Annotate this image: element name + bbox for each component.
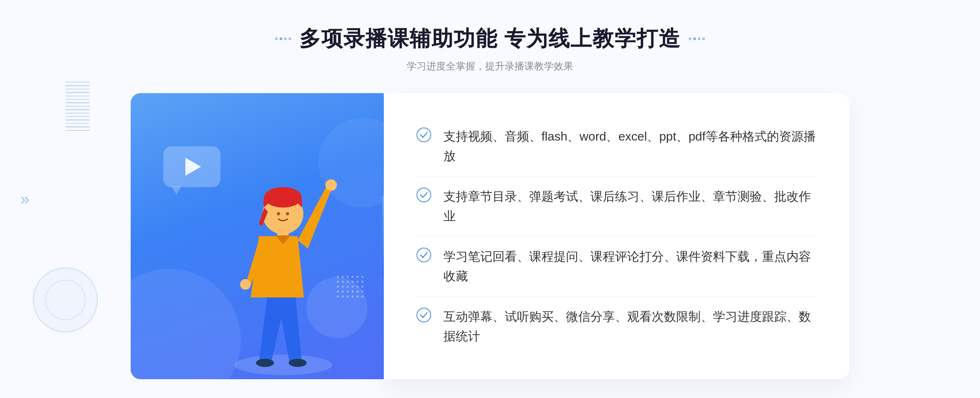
left-illustration-panel bbox=[131, 93, 384, 379]
svg-point-7 bbox=[286, 212, 289, 215]
feature-text-2: 支持章节目录、弹题考试、课后练习、课后作业、章节测验、批改作业 bbox=[443, 187, 817, 226]
svg-point-0 bbox=[234, 355, 332, 375]
decorative-circle-2 bbox=[45, 279, 86, 320]
main-content: 支持视频、音频、flash、word、excel、ppt、pdf等各种格式的资源… bbox=[131, 93, 849, 379]
header-section: 多项录播课辅助功能 专为线上教学打造 学习进度全掌握，提升录播课教学效果 bbox=[275, 25, 705, 73]
right-content-panel: 支持视频、音频、flash、word、excel、ppt、pdf等各种格式的资源… bbox=[384, 93, 849, 379]
svg-point-8 bbox=[325, 179, 337, 191]
feature-divider-2 bbox=[416, 236, 817, 237]
feature-divider-1 bbox=[416, 176, 817, 177]
feature-text-1: 支持视频、音频、flash、word、excel、ppt、pdf等各种格式的资源… bbox=[443, 127, 817, 166]
sub-title: 学习进度全掌握，提升录播课教学效果 bbox=[275, 60, 705, 73]
check-icon-2 bbox=[416, 188, 431, 202]
svg-point-12 bbox=[417, 248, 431, 262]
check-icon-3 bbox=[416, 248, 431, 262]
feature-item-1: 支持视频、音频、flash、word、excel、ppt、pdf等各种格式的资源… bbox=[416, 119, 817, 173]
svg-point-13 bbox=[417, 308, 431, 322]
svg-point-10 bbox=[417, 128, 431, 142]
svg-point-11 bbox=[417, 188, 431, 202]
human-figure bbox=[218, 142, 349, 379]
feature-text-3: 学习笔记回看、课程提问、课程评论打分、课件资料下载，重点内容收藏 bbox=[443, 247, 817, 286]
main-title: 多项录播课辅助功能 专为线上教学打造 bbox=[299, 25, 681, 53]
page-container: » 多项录播课辅助功能 专为线上教学打造 bbox=[0, 0, 980, 398]
stripes-decoration bbox=[65, 82, 90, 131]
left-decoration: » bbox=[20, 190, 29, 208]
feature-item-2: 支持章节目录、弹题考试、课后练习、课后作业、章节测验、批改作业 bbox=[416, 179, 817, 233]
svg-point-2 bbox=[289, 359, 307, 367]
check-icon-4 bbox=[416, 308, 431, 322]
decorator-dots-right bbox=[689, 38, 705, 40]
blue-tab bbox=[382, 195, 384, 277]
svg-point-9 bbox=[240, 279, 251, 290]
svg-point-1 bbox=[256, 359, 274, 367]
feature-item-3: 学习笔记回看、课程提问、课程评论打分、课件资料下载，重点内容收藏 bbox=[416, 239, 817, 293]
chevron-icon: » bbox=[20, 190, 29, 208]
play-bubble-body bbox=[163, 146, 220, 187]
check-icon-1 bbox=[416, 127, 431, 142]
decorator-dots-left bbox=[275, 38, 291, 40]
feature-text-4: 互动弹幕、试听购买、微信分享、观看次数限制、学习进度跟踪、数据统计 bbox=[443, 307, 817, 346]
feature-divider-3 bbox=[416, 296, 817, 297]
play-bubble bbox=[163, 146, 220, 195]
feature-item-4: 互动弹幕、试听购买、微信分享、观看次数限制、学习进度跟踪、数据统计 bbox=[416, 300, 817, 353]
svg-point-6 bbox=[277, 212, 280, 215]
header-decorators: 多项录播课辅助功能 专为线上教学打造 bbox=[275, 25, 705, 53]
play-triangle-icon bbox=[185, 158, 201, 176]
